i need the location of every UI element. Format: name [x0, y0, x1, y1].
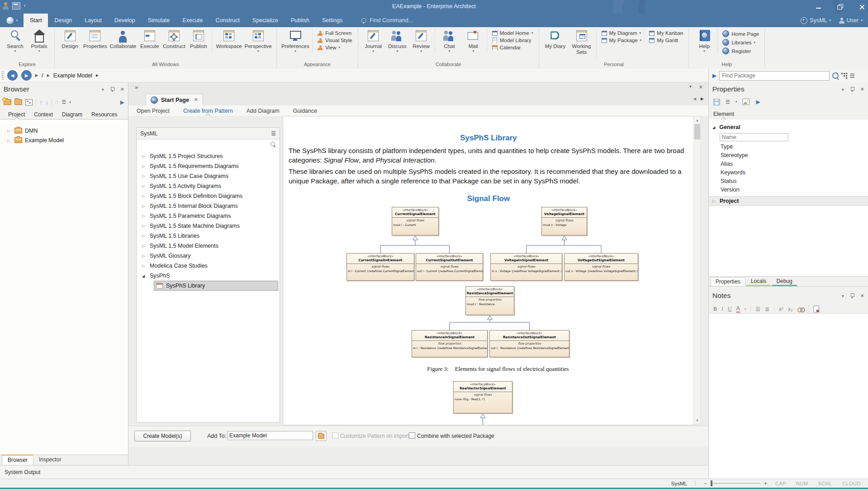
pattern-item-sysml-1-5-libraries[interactable]: ▷SysML 1.5 Libraries — [137, 231, 280, 241]
bullet-list-icon[interactable]: ☰ — [755, 306, 760, 312]
dock-tab-debug[interactable]: Debug — [772, 277, 797, 286]
find-package-input[interactable] — [719, 71, 830, 81]
expand-panel-icon[interactable]: ▶ — [712, 72, 716, 79]
panel-dropdown-icon[interactable]: ▾ — [102, 87, 104, 92]
ribbon-button-execute[interactable]: Execute▾ — [138, 29, 161, 53]
close-button[interactable] — [859, 4, 865, 10]
pattern-item-sysphs[interactable]: ◢SysPhS — [137, 271, 280, 281]
user-menu[interactable]: User ▾ — [839, 17, 863, 24]
app-menu-button[interactable]: ▾ — [0, 14, 24, 27]
uml-block-currentsignaloutelement[interactable]: «interfaceBlock»CurrentSignalOutElements… — [416, 253, 483, 281]
ribbon-button-home-page[interactable]: Home Page — [722, 30, 759, 37]
status-perspective[interactable]: SysML — [671, 481, 687, 486]
ribbon-button-chat[interactable]: Chat▾ — [437, 29, 461, 53]
breadcrumb-arrow-icon[interactable]: ▶ — [35, 73, 38, 77]
expand-icon[interactable]: ▷ — [142, 174, 147, 178]
uml-block-currentsignalinelement[interactable]: «interfaceBlock»CurrentSignalInElementsi… — [346, 253, 414, 281]
expand-icon[interactable]: ▷ — [142, 234, 147, 238]
pattern-item-sysml-1-5-block-definition-diagrams[interactable]: ▷SysML 1.5 Block Definition Diagrams — [137, 191, 280, 201]
model-blocks-icon[interactable] — [841, 73, 847, 78]
ribbon-button-review[interactable]: Review▾ — [409, 29, 435, 53]
expand-icon[interactable]: ▷ — [142, 224, 147, 228]
section-project[interactable]: ▷ Project — [709, 196, 868, 206]
pattern-item-sysphs-library[interactable]: SysPhS Library — [154, 281, 278, 291]
scroll-down-icon[interactable]: ▼ — [694, 417, 701, 424]
uml-block-resistanceoutsignalelement[interactable]: «interfaceBlock»ResistanceOutSignalEleme… — [489, 330, 569, 357]
uml-block-currentsignalelement[interactable]: «interfaceBlock»CurrentSignalElementsign… — [392, 207, 439, 235]
forward-button[interactable]: ▶ — [21, 70, 32, 81]
scrollbar-thumb[interactable] — [694, 124, 700, 139]
minimize-button[interactable] — [816, 4, 822, 10]
underline-icon[interactable]: U — [728, 306, 732, 312]
package-folder-icon[interactable] — [14, 99, 22, 105]
perspective-menu[interactable]: SysML ▾ — [801, 17, 831, 24]
ribbon-button-perspective[interactable]: Perspective▾ — [243, 29, 273, 53]
pattern-group-header[interactable]: SysML — [140, 130, 157, 137]
ribbon-tab-simulate[interactable]: Simulate — [142, 14, 176, 27]
expand-icon[interactable]: ▷ — [142, 184, 147, 188]
expand-icon[interactable]: ▷ — [7, 129, 12, 133]
tab-close-icon[interactable]: ✕ — [194, 97, 198, 103]
pattern-item-sysml-1-5-internal-block-diagrams[interactable]: ▷SysML 1.5 Internal Block Diagrams — [137, 201, 280, 211]
property-row-stereotype[interactable]: Stereotype — [709, 151, 868, 159]
browser-tab-diagram[interactable]: Diagram — [57, 110, 87, 119]
notes-document-icon[interactable] — [813, 306, 819, 312]
italic-icon[interactable]: I — [721, 306, 723, 312]
dock-tab-locals[interactable]: Locals — [746, 277, 771, 286]
pin-icon[interactable] — [110, 87, 114, 92]
dock-tab-properties[interactable]: Properties — [711, 277, 745, 286]
uml-block-voltageinsignalelement[interactable]: «interfaceBlock»VoltageInSignalElementsi… — [490, 253, 562, 281]
create-models-button[interactable]: Create Model(s) — [134, 431, 191, 441]
pattern-item-sysml-1-5-state-machine-diagrams[interactable]: ▷SysML 1.5 State Machine Diagrams — [137, 221, 280, 231]
uml-block-realvectorsignalelement[interactable]: «interfaceBlock»RealVectorSignalElements… — [453, 381, 512, 413]
ribbon-button-preferences[interactable]: Preferences▾ — [280, 29, 313, 53]
ribbon-button-full-screen[interactable]: Full Screen — [317, 30, 352, 36]
expand-icon[interactable]: ▷ — [142, 154, 147, 158]
pattern-item-sysml-1-5-requirements-diagrams[interactable]: ▷SysML 1.5 Requirements Diagrams — [137, 161, 280, 171]
expand-icon[interactable]: ▷ — [142, 244, 147, 248]
expand-icon[interactable]: ▷ — [142, 164, 147, 168]
system-output-panel[interactable]: System Output — [0, 465, 708, 479]
zoom-slider[interactable] — [711, 483, 760, 484]
doc-scrollbar[interactable]: ▲ ▼ — [693, 116, 701, 424]
browser-tab-resources[interactable]: Resources — [87, 110, 122, 119]
ribbon-button-workspace[interactable]: Workspace▾ — [214, 29, 243, 53]
pattern-item-modelica-case-studies[interactable]: ▷Modelica Case Studies — [137, 261, 280, 271]
tab-overflow-icon[interactable]: » — [135, 84, 138, 91]
tab-scroll-right-icon[interactable]: ▶ — [701, 96, 704, 101]
ribbon-button-journal[interactable]: Journal▾ — [361, 29, 385, 53]
hyperlink-icon[interactable] — [797, 307, 804, 312]
ribbon-button-design[interactable]: Design▾ — [58, 29, 82, 53]
pattern-search-icon[interactable] — [270, 142, 275, 146]
zoom-in-icon[interactable]: + — [764, 480, 767, 487]
locate-icon[interactable]: ☝ — [55, 99, 58, 105]
panel-dropdown-icon[interactable]: ▾ — [842, 87, 844, 92]
ribbon-button-libraries[interactable]: Libraries▾ — [722, 39, 759, 46]
collapse-icon[interactable]: ◢ — [712, 125, 715, 129]
ribbon-button-discuss[interactable]: Discuss▾ — [385, 29, 409, 53]
ribbon-button-model-home[interactable]: Model Home▾ — [492, 30, 533, 36]
numbered-list-icon[interactable]: ≣ — [765, 306, 769, 312]
ribbon-button-help[interactable]: Help▾ — [692, 29, 718, 53]
startpage-nav-guidance[interactable]: Guidance — [293, 105, 318, 116]
browse-package-button[interactable] — [316, 431, 327, 441]
ribbon-tab-design[interactable]: Design — [48, 14, 78, 27]
ribbon-tab-publish[interactable]: Publish — [285, 14, 316, 27]
property-row-alias[interactable]: Alias — [709, 159, 868, 168]
pattern-item-sysml-1-5-activity-diagrams[interactable]: ▷SysML 1.5 Activity Diagrams — [137, 181, 280, 191]
new-package-icon[interactable] — [4, 99, 11, 105]
browser-tab-project[interactable]: Project — [4, 110, 29, 119]
uml-block-voltageoutsignalelement[interactable]: «interfaceBlock»VoltageOutSignalElements… — [564, 253, 638, 281]
expand-icon[interactable]: ▷ — [142, 194, 147, 198]
property-row-keywords[interactable]: Keywords — [709, 168, 868, 177]
move-up-icon[interactable]: ↑ — [39, 99, 43, 105]
expand-icon[interactable]: ▷ — [7, 138, 12, 143]
add-to-input[interactable] — [227, 431, 313, 440]
ribbon-button-calendar[interactable]: Calendar — [492, 45, 533, 50]
ribbon-tab-specialize[interactable]: Specialize — [246, 14, 285, 27]
collapse-panel-icon[interactable]: ▶ — [120, 99, 124, 105]
superscript-icon[interactable]: x² — [779, 306, 783, 312]
ribbon-tab-execute[interactable]: Execute — [176, 14, 209, 27]
tree-item-example-model[interactable]: ▷Example Model — [0, 135, 128, 145]
panel-tab-browser[interactable]: Browser — [2, 455, 33, 465]
